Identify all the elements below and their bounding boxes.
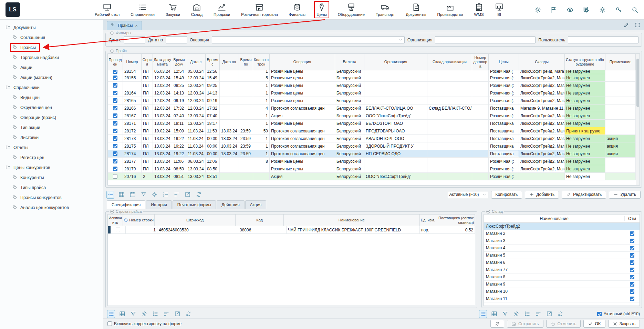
table-row[interactable]: 28175ПЛ13.03.2419:2211.03.2400:0018.03.2… [108, 142, 636, 150]
row-proved-checkbox[interactable] [113, 144, 117, 148]
sidebar-item-4[interactable]: Акции [0, 62, 103, 72]
sync-icon[interactable] [195, 191, 202, 198]
sidebar-item-7[interactable]: Виды цен [0, 92, 103, 102]
column-header-date_to[interactable]: Дата по [220, 54, 239, 70]
table-row[interactable]: 28165ПЛ12.03.2409:1912.03.2409:191Рознич… [108, 97, 636, 104]
sidebar-item-16[interactable]: Типы прайса [0, 182, 103, 192]
line-column-header-barcode[interactable]: Штрихкод [155, 215, 236, 226]
operation-select[interactable] [212, 36, 405, 43]
nav-item-equipment[interactable]: Оборудование [336, 2, 366, 18]
gear-icon[interactable] [141, 310, 148, 318]
table-row[interactable]: 28174ПЛ13.03.2419:2211.03.2400:0018.03.2… [108, 150, 636, 158]
grid-icon[interactable] [118, 191, 125, 198]
active-filter-select[interactable]: Активные (F10) [448, 191, 488, 198]
add-button[interactable]: Добавить [525, 191, 559, 199]
row-proved-checkbox[interactable] [113, 159, 117, 163]
active-checkbox[interactable]: Активный (ctrl F10) [597, 311, 640, 316]
gear-icon[interactable] [599, 6, 606, 13]
warehouse-row[interactable]: Магазин 8 [484, 273, 640, 281]
row-proved-checkbox[interactable] [113, 113, 117, 118]
nav-item-warehouse[interactable]: Склад [189, 2, 204, 18]
table-row[interactable]: ПЛ12.03.2409:2512.03.2409:251Розничные ц… [108, 82, 636, 89]
row-proved-checkbox[interactable] [113, 106, 117, 110]
warehouse-row[interactable]: Магазин 77 [484, 266, 640, 273]
align-icon[interactable] [534, 310, 542, 318]
subtab-2[interactable]: Печатные формы [173, 200, 216, 209]
subtab-4[interactable]: Акция [245, 200, 266, 209]
table-row[interactable]: 28167ПЛ13.03.2407:4013.03.2407:401АкцияБ… [108, 112, 636, 120]
warehouse-checkbox[interactable] [630, 239, 634, 243]
column-header-doc_time[interactable]: Время доку [172, 54, 186, 70]
row-proved-checkbox[interactable] [113, 83, 117, 88]
table-row[interactable]: 28164ПЛ12.03.2414:1312.03.2414:131Рознич… [108, 89, 636, 97]
row-proved-checkbox[interactable] [113, 70, 117, 74]
warehouse-name-header[interactable]: Наименование [484, 216, 624, 221]
sidebar-item-1[interactable]: Соглашения [0, 32, 103, 42]
warehouse-row[interactable]: Магазин 10 [484, 288, 640, 295]
filter-icon[interactable] [129, 310, 137, 318]
nav-item-retail[interactable]: Розничная торговля [239, 2, 280, 18]
warehouse-checkbox[interactable] [630, 231, 634, 236]
warehouse-checkbox[interactable] [630, 297, 634, 301]
line-column-header-name[interactable]: Наименование [284, 215, 420, 226]
adjust-checkbox-box[interactable] [107, 321, 112, 326]
list-icon[interactable] [107, 310, 115, 318]
filters-legend[interactable]: Фильтры [109, 31, 133, 35]
column-header-date_from[interactable]: Дата с [186, 54, 206, 70]
column-header-series[interactable]: Серия [142, 54, 153, 70]
key-icon[interactable] [615, 6, 622, 13]
export-icon[interactable] [184, 191, 191, 198]
table-row[interactable]: 28173ПЛ13.03.2419:2211.03.2400:0018.03.2… [108, 135, 636, 142]
cancel-button[interactable]: Отменить [546, 320, 581, 328]
row-proved-checkbox[interactable] [113, 174, 117, 179]
sync-icon[interactable] [557, 310, 564, 318]
ok-button[interactable]: OK [583, 320, 605, 328]
warehouse-mark-header[interactable]: Отм [624, 216, 640, 221]
warehouse-checkbox[interactable] [630, 289, 634, 294]
search-icon[interactable] [631, 6, 638, 13]
nav-item-finance[interactable]: Финансы [287, 2, 307, 18]
line-column-header-supplier[interactable]: Поставщика (согласованная) [436, 215, 475, 226]
column-header-status[interactable]: Статус загрузки в оборудование [565, 54, 605, 70]
column-header-proved[interactable]: Проведен [108, 54, 123, 70]
price-line-legend[interactable]: Строка прайса [109, 209, 143, 213]
row-proved-checkbox[interactable] [113, 91, 117, 95]
filter-icon[interactable] [140, 191, 147, 198]
line-column-header-code[interactable]: Код [236, 215, 284, 226]
edit-pencil-icon[interactable] [623, 22, 629, 28]
sync-icon[interactable] [185, 310, 192, 318]
line-column-header-line_no[interactable]: Номер строки [123, 215, 155, 226]
column-header-doc_date[interactable]: Дата документа [153, 54, 172, 70]
edit-button[interactable]: Редактировать [562, 191, 606, 199]
user-input[interactable] [568, 36, 638, 43]
sidebar-item-pricelists[interactable]: Прайсы [0, 42, 103, 52]
line-column-header-unit[interactable]: Ед. изм. [420, 215, 436, 226]
warehouse-checkbox[interactable] [630, 268, 634, 272]
export-icon[interactable] [174, 310, 181, 318]
column-header-organization[interactable]: Организация [364, 54, 427, 70]
sidebar-item-9[interactable]: Операции (прайс) [0, 112, 103, 122]
sidebar-item-14[interactable]: Цены конкурентов [0, 162, 103, 172]
list-icon[interactable] [107, 191, 114, 198]
eye-icon[interactable] [567, 6, 574, 13]
column-header-contract[interactable]: Номер договора [472, 54, 489, 70]
active-checkbox-box[interactable] [597, 312, 602, 316]
delete-button[interactable]: Удалить [609, 191, 641, 199]
line-exclude-checkbox[interactable] [116, 228, 120, 232]
subtab-3[interactable]: Действия [217, 200, 245, 209]
nav-item-directories[interactable]: Справочники [129, 2, 156, 18]
nav-item-transport[interactable]: Транспорт [374, 2, 396, 18]
flag-icon[interactable] [550, 6, 558, 13]
copy-button[interactable]: Копировать [491, 191, 522, 199]
warehouse-row[interactable]: Магазин 5 [484, 252, 640, 259]
column-header-note[interactable]: Примечание [605, 54, 636, 70]
table-row[interactable]: 28172ПЛ19.02.2415:0911.03.2411:5313.03.2… [108, 127, 636, 135]
warehouse-checkbox[interactable] [630, 275, 634, 279]
table-row[interactable]: 28154ПЛ05.03.2412:5405.03.2412:561Рознич… [108, 70, 636, 74]
grid-icon[interactable] [118, 310, 126, 318]
organization-input[interactable] [435, 36, 536, 43]
tab-close-icon[interactable]: × [135, 23, 138, 28]
notes-icon[interactable] [583, 6, 590, 13]
sidebar-item-10[interactable]: Тип акции [0, 122, 103, 132]
sidebar-item-3[interactable]: Торговые надбавки [0, 52, 103, 62]
